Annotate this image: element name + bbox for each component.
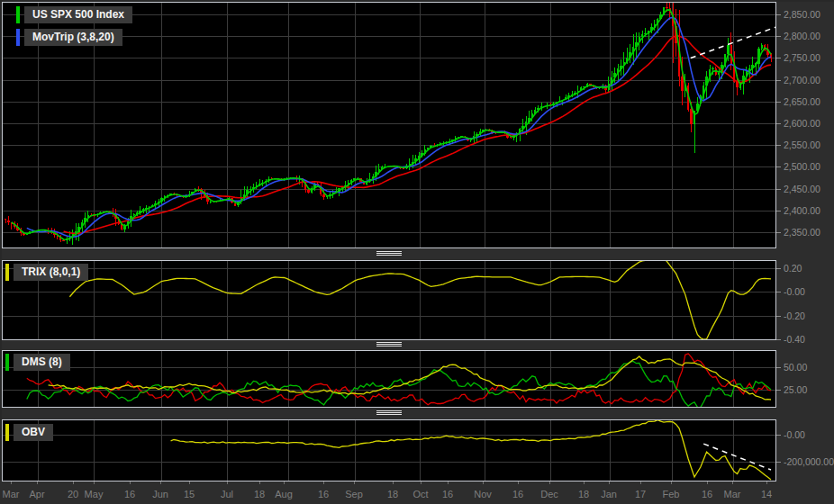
legend-label: MovTrip (3,8,20) [24,29,122,46]
x-axis-tick [609,482,610,484]
legend-label: DMS (8) [14,354,70,371]
y-axis-tick-label: 2,500.00 [776,161,820,172]
x-axis-label: Jun [152,489,168,500]
trix-chart-canvas [3,261,775,339]
legend-color-marker [16,29,20,46]
x-axis-tick [94,482,95,484]
x-axis-label: 17 [635,489,646,500]
x-axis-tick [160,482,161,484]
x-axis-label: Dec [540,489,558,500]
x-axis-tick [259,482,260,484]
legend-color-marker [5,424,9,441]
y-axis-tick-label: -200,000.00 [776,456,834,467]
x-axis-label: 16 [512,489,523,500]
x-axis-label: Oct [412,489,428,500]
legend-color-marker [16,6,20,23]
price-panel[interactable]: US SPX 500 Index MovTrip (3,8,20) [2,2,776,248]
divider-grip-handle[interactable] [376,342,402,349]
x-axis-label: 15 [184,489,195,500]
x-axis-tick [518,482,519,484]
y-axis-tick-label: 25.00 [776,384,807,395]
x-axis-label: Nov [474,489,492,500]
x-axis-tick [189,482,190,484]
divider-grip-handle[interactable] [376,410,402,418]
y-axis-tick-label: 50.00 [776,362,807,373]
legend-color-marker [5,264,9,281]
panel-divider[interactable] [2,340,776,350]
time-axis[interactable]: MarApr20May16Jun15Jul18Aug16Sep18Oct16No… [0,482,834,504]
legend-label: OBV [14,424,53,441]
x-axis-label: Feb [663,489,680,500]
y-axis-tick-label: 2,750.00 [776,52,820,63]
y-axis-tick-label: 2,400.00 [776,205,820,216]
y-axis-tick-label: -0.00 [776,286,805,297]
x-axis-tick [671,482,672,484]
y-axis-tick-label: 2,550.00 [776,140,820,150]
legend-trix[interactable]: TRIX (8,0,1) [5,264,88,281]
x-axis-tick [323,482,324,484]
chart-window: US SPX 500 Index MovTrip (3,8,20) TRIX (… [0,0,834,504]
legend-us-spx-500-index[interactable]: US SPX 500 Index [16,6,132,23]
price-axis-column[interactable]: 2,850.002,800.002,750.002,700.002,650.00… [776,2,834,482]
x-axis-tick [130,482,131,484]
x-axis-tick [354,482,355,484]
y-axis-tick-label: -0.40 [776,334,805,345]
x-axis-label: 16 [318,489,329,500]
x-axis-label: Apr [29,489,44,500]
x-axis-label: May [85,489,104,500]
x-axis-label: 14 [761,489,772,500]
y-axis-tick-label: -0.00 [776,429,805,440]
y-axis-tick-label: 2,850.00 [776,9,820,20]
y-axis-tick-label: 2,350.00 [776,227,820,238]
x-axis-tick [448,482,449,484]
x-axis-label: 16 [702,489,712,500]
x-axis-label: 16 [442,489,453,500]
x-axis-tick [483,482,484,484]
x-axis-tick [227,482,228,484]
x-axis-tick [393,482,394,484]
x-axis-tick [549,482,550,484]
x-axis-tick [732,482,733,484]
legend-dms[interactable]: DMS (8) [5,354,70,371]
legend-color-marker [5,354,9,371]
x-axis-tick [73,482,74,484]
panel-divider[interactable] [2,248,776,260]
x-axis-tick [707,482,708,484]
x-axis-tick [421,482,422,484]
trix-panel[interactable]: TRIX (8,0,1) [2,260,776,340]
x-axis-label: 20 [68,489,78,500]
legend-movtrip[interactable]: MovTrip (3,8,20) [16,29,122,46]
legend-obv[interactable]: OBV [5,424,53,441]
x-axis-label: 16 [124,489,135,500]
dms-panel[interactable]: DMS (8) [2,350,776,408]
dms-chart-canvas [3,351,775,407]
y-axis-tick-label: 2,600.00 [776,118,820,129]
y-axis-tick-label: 2,700.00 [776,75,820,86]
x-axis-label: Sep [345,489,363,500]
legend-label: US SPX 500 Index [24,6,132,23]
x-axis-tick [11,482,12,484]
x-axis-tick [584,482,585,484]
x-axis-tick [284,482,285,484]
x-axis-label: Aug [275,489,293,500]
y-axis-tick-label: 2,800.00 [776,31,820,41]
x-axis-label: 18 [254,489,265,500]
x-axis-tick [37,482,38,484]
x-axis-label: 18 [387,489,398,500]
obv-chart-canvas [3,420,775,481]
y-axis-tick-label: 0.20 [776,263,802,274]
divider-grip-handle[interactable] [376,251,402,258]
x-axis-label: Jul [221,489,233,500]
x-axis-label: Jan [601,489,617,500]
legend-label: TRIX (8,0,1) [14,264,88,281]
y-axis-tick-label: 2,650.00 [776,96,820,107]
x-axis-tick [640,482,641,484]
obv-panel[interactable]: OBV [2,419,776,482]
x-axis-label: Mar [3,489,20,500]
x-axis-label: 18 [578,489,589,500]
x-axis-tick [766,482,767,484]
y-axis-tick-label: -0.20 [776,310,805,321]
y-axis-tick-label: 2,450.00 [776,184,820,194]
panel-divider[interactable] [2,408,776,419]
x-axis-label: Mar [724,489,741,500]
